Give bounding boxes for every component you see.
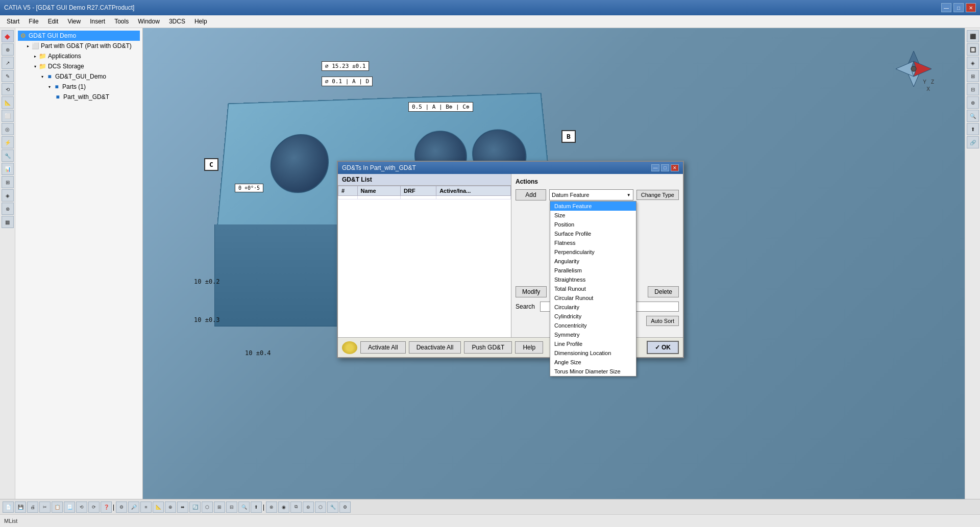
btoolbar-28[interactable]: ⚙ — [339, 501, 351, 513]
tree-item-applications[interactable]: ▸ 📁 Applications — [18, 51, 140, 61]
maximize-button[interactable]: □ — [953, 3, 964, 12]
toolbar-icon-15[interactable]: ▦ — [2, 216, 14, 228]
btoolbar-7[interactable]: ⟲ — [76, 501, 87, 513]
btoolbar-20[interactable]: 🔍 — [238, 501, 250, 513]
toolbar-icon-7[interactable]: ⬜ — [2, 110, 14, 122]
right-toolbar-icon-7[interactable]: 🔍 — [967, 110, 979, 122]
viewport[interactable]: ⌀ 15.23 ±0.1 ⌀ 0.1 | A | D 0.5 | A | B⊕ … — [143, 28, 965, 499]
menu-window[interactable]: Window — [134, 17, 164, 26]
btoolbar-14[interactable]: ⊕ — [165, 501, 176, 513]
dropdown-item-circular-runout[interactable]: Circular Runout — [550, 293, 636, 303]
change-type-button[interactable]: Change Type — [636, 190, 679, 200]
dropdown-item-circularity[interactable]: Circularity — [550, 303, 636, 312]
dropdown-item-angle-size[interactable]: Angle Size — [550, 358, 636, 367]
dropdown-item-parallelism[interactable]: Parallelism — [550, 266, 636, 275]
right-toolbar-icon-6[interactable]: ⊕ — [967, 96, 979, 109]
btoolbar-13[interactable]: 📐 — [153, 501, 164, 513]
toolbar-icon-13[interactable]: ◈ — [2, 189, 14, 202]
toolbar-icon-10[interactable]: 🔧 — [2, 149, 14, 162]
menu-insert[interactable]: Insert — [86, 17, 109, 26]
btoolbar-24[interactable]: ⧉ — [290, 501, 302, 513]
btoolbar-1[interactable]: 📄 — [3, 501, 14, 513]
activate-all-button[interactable]: Activate All — [360, 341, 406, 354]
right-toolbar-icon-3[interactable]: ◈ — [967, 57, 979, 69]
btoolbar-2[interactable]: 💾 — [15, 501, 26, 513]
close-button[interactable]: ✕ — [966, 3, 976, 12]
menu-view[interactable]: View — [63, 17, 85, 26]
right-toolbar-icon-9[interactable]: 🔗 — [967, 136, 979, 148]
ok-button[interactable]: ✓ OK — [647, 341, 679, 354]
btoolbar-19[interactable]: ⊟ — [226, 501, 237, 513]
btoolbar-16[interactable]: 🔄 — [189, 501, 201, 513]
btoolbar-11[interactable]: 🔎 — [128, 501, 139, 513]
delete-button[interactable]: Delete — [648, 286, 679, 297]
minimize-button[interactable]: — — [941, 3, 951, 12]
dropdown-item-straightness[interactable]: Straightness — [550, 275, 636, 284]
toolbar-icon-14[interactable]: ⊗ — [2, 203, 14, 215]
toolbar-icon-9[interactable]: ⚡ — [2, 136, 14, 148]
dropdown-item-symmetry[interactable]: Symmetry — [550, 330, 636, 339]
btoolbar-5[interactable]: 📋 — [52, 501, 63, 513]
dropdown-item-concentricity[interactable]: Concentricity — [550, 321, 636, 330]
menu-edit[interactable]: Edit — [44, 17, 63, 26]
toolbar-icon-4[interactable]: ✎ — [2, 70, 14, 82]
btoolbar-15[interactable]: ⬌ — [177, 501, 188, 513]
dropdown-item-torus-minor[interactable]: Torus Minor Diameter Size — [550, 367, 636, 376]
dropdown-item-position[interactable]: Position — [550, 220, 636, 229]
right-toolbar-icon-1[interactable]: ⬛ — [967, 30, 979, 42]
dialog-close-button[interactable]: ✕ — [671, 164, 679, 171]
right-toolbar-icon-8[interactable]: ⬆ — [967, 123, 979, 135]
push-gdt-button[interactable]: Push GD&T — [464, 341, 512, 354]
dropdown-list[interactable]: Datum Feature Size Position Surface Prof… — [550, 201, 636, 377]
dropdown-item-cylindricity[interactable]: Cylindricity — [550, 312, 636, 321]
btoolbar-18[interactable]: ⊞ — [214, 501, 225, 513]
btoolbar-6[interactable]: 📃 — [64, 501, 75, 513]
toolbar-icon-6[interactable]: 📐 — [2, 96, 14, 109]
dropdown-item-flatness[interactable]: Flatness — [550, 238, 636, 247]
help-bottom-button[interactable]: Help — [515, 341, 543, 354]
dropdown-item-perpendicularity[interactable]: Perpendicularity — [550, 247, 636, 257]
tree-item-part-gdt[interactable]: ■ Part_with_GD&T — [18, 92, 140, 102]
btoolbar-27[interactable]: 🔧 — [327, 501, 338, 513]
right-toolbar-icon-2[interactable]: 🔲 — [967, 43, 979, 56]
btoolbar-10[interactable]: ⚙ — [116, 501, 127, 513]
toolbar-icon-3[interactable]: ↗ — [2, 57, 14, 69]
btoolbar-4[interactable]: ✂ — [39, 501, 51, 513]
menu-file[interactable]: File — [24, 17, 42, 26]
btoolbar-3[interactable]: 🖨 — [27, 501, 38, 513]
tree-item-part[interactable]: ▸ ⬜ Part with GD&T (Part with GD&T) — [18, 41, 140, 51]
dropdown-item-surface-profile[interactable]: Surface Profile — [550, 229, 636, 238]
modify-button[interactable]: Modify — [516, 286, 547, 297]
add-button[interactable]: Add — [516, 189, 546, 200]
toolbar-icon-5[interactable]: ⟲ — [2, 83, 14, 95]
btoolbar-9[interactable]: ❓ — [101, 501, 112, 513]
toolbar-icon-12[interactable]: ⊞ — [2, 176, 14, 188]
type-dropdown[interactable]: Datum Feature ▼ Datum Feature Size Posit… — [549, 189, 633, 200]
auto-sort-button[interactable]: Auto Sort — [646, 316, 679, 326]
tree-item-gui-demo[interactable]: ▾ ■ GD&T_GUI_Demo — [18, 71, 140, 82]
dialog-minimize-button[interactable]: — — [651, 164, 659, 171]
dropdown-item-line-profile[interactable]: Line Profile — [550, 339, 636, 348]
btoolbar-26[interactable]: ⬡ — [315, 501, 326, 513]
btoolbar-22[interactable]: ⊗ — [266, 501, 277, 513]
tree-item-root[interactable]: ⚙ GD&T GUI Demo — [18, 31, 140, 41]
deactivate-all-button[interactable]: Deactivate All — [409, 341, 461, 354]
toolbar-icon-2[interactable]: ⊕ — [2, 43, 14, 56]
tree-item-dcs[interactable]: ▾ 📁 DCS Storage — [18, 61, 140, 71]
dropdown-item-datum-feature[interactable]: Datum Feature — [550, 202, 636, 211]
dropdown-item-dimensioning-location[interactable]: Dimensioning Location — [550, 348, 636, 358]
toolbar-icon-8[interactable]: ◎ — [2, 123, 14, 135]
dialog-restore-button[interactable]: □ — [661, 164, 669, 171]
btoolbar-23[interactable]: ◉ — [278, 501, 289, 513]
toolbar-icon-1[interactable]: ◆ — [2, 30, 14, 42]
dropdown-item-total-runout[interactable]: Total Runout — [550, 284, 636, 293]
right-toolbar-icon-4[interactable]: ⊞ — [967, 70, 979, 82]
tree-item-parts[interactable]: ▾ ■ Parts (1) — [18, 82, 140, 92]
menu-3dcs[interactable]: 3DCS — [165, 17, 189, 26]
btoolbar-21[interactable]: ⬆ — [251, 501, 262, 513]
right-toolbar-icon-5[interactable]: ⊟ — [967, 83, 979, 95]
toolbar-icon-11[interactable]: 📊 — [2, 163, 14, 175]
menu-tools[interactable]: Tools — [110, 17, 133, 26]
dropdown-item-size[interactable]: Size — [550, 211, 636, 220]
dropdown-item-angularity[interactable]: Angularity — [550, 257, 636, 266]
